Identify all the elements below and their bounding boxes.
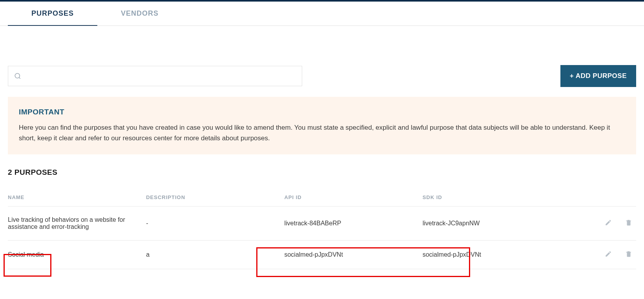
important-box: IMPORTANT Here you can find the purposes… bbox=[8, 97, 636, 154]
cell-sdk-id: socialmed-pJpxDVNt bbox=[423, 241, 573, 269]
cell-name: Social media bbox=[8, 241, 146, 269]
cell-actions bbox=[573, 241, 636, 269]
table-header-row: NAME DESCRIPTION API ID SDK ID bbox=[8, 188, 636, 207]
cell-name: Live tracking of behaviors on a website … bbox=[8, 207, 146, 241]
header-actions bbox=[573, 188, 636, 207]
purposes-table: NAME DESCRIPTION API ID SDK ID Live trac… bbox=[8, 188, 636, 269]
cell-description: a bbox=[146, 241, 284, 269]
table-row: Social media a socialmed-pJpxDVNt social… bbox=[8, 241, 636, 269]
tabs-container: PURPOSES VENDORS bbox=[0, 2, 644, 26]
svg-point-0 bbox=[15, 73, 20, 78]
delete-icon[interactable] bbox=[625, 219, 632, 226]
tab-purposes[interactable]: PURPOSES bbox=[8, 2, 97, 25]
delete-icon[interactable] bbox=[625, 250, 632, 257]
important-text: Here you can find the purposes that you … bbox=[19, 122, 625, 143]
cell-sdk-id: livetrack-JC9apnNW bbox=[423, 207, 573, 241]
tab-vendors[interactable]: VENDORS bbox=[97, 2, 182, 25]
header-api-id: API ID bbox=[284, 188, 422, 207]
table-row: Live tracking of behaviors on a website … bbox=[8, 207, 636, 241]
header-sdk-id: SDK ID bbox=[423, 188, 573, 207]
add-purpose-button[interactable]: + ADD PURPOSE bbox=[560, 65, 636, 87]
cell-api-id: livetrack-84BABeRP bbox=[284, 207, 422, 241]
header-name: NAME bbox=[8, 188, 146, 207]
header-description: DESCRIPTION bbox=[146, 188, 284, 207]
cell-actions bbox=[573, 207, 636, 241]
important-title: IMPORTANT bbox=[19, 108, 625, 116]
search-input[interactable] bbox=[25, 72, 296, 80]
purposes-count: 2 PURPOSES bbox=[8, 168, 636, 177]
cell-api-id: socialmed-pJpxDVNt bbox=[284, 241, 422, 269]
svg-line-1 bbox=[19, 77, 20, 78]
search-box[interactable] bbox=[8, 66, 302, 86]
cell-description: - bbox=[146, 207, 284, 241]
edit-icon[interactable] bbox=[605, 219, 612, 226]
search-add-row: + ADD PURPOSE bbox=[8, 65, 636, 87]
edit-icon[interactable] bbox=[605, 250, 612, 257]
page-wrapper: PURPOSES VENDORS + ADD PURPOSE IMPORTANT… bbox=[0, 0, 644, 277]
search-icon bbox=[14, 72, 21, 80]
content-area: + ADD PURPOSE IMPORTANT Here you can fin… bbox=[0, 26, 644, 277]
